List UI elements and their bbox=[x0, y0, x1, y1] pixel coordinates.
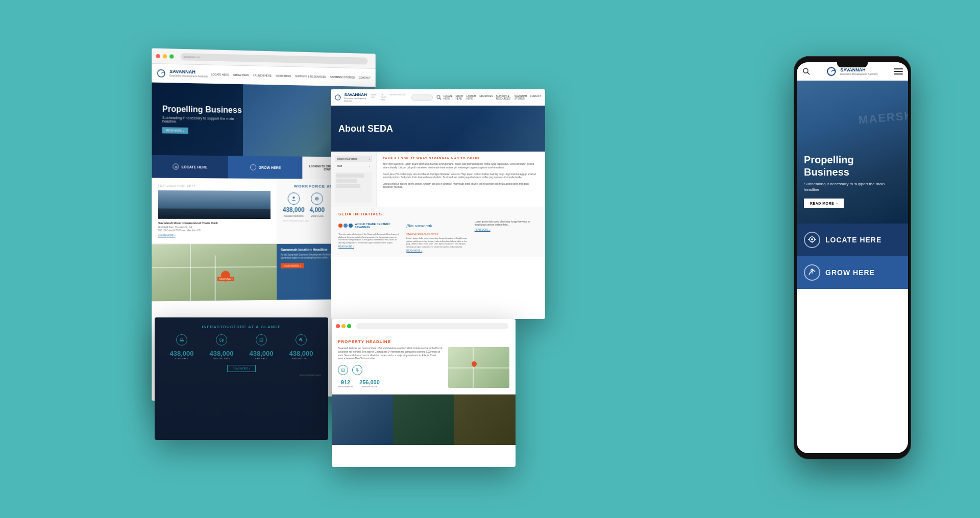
wtc-link[interactable]: READ MORE » bbox=[338, 245, 401, 248]
top-link-1[interactable]: MAKE BLG bbox=[371, 93, 376, 101]
nav-contact-m[interactable]: CONTACT bbox=[530, 95, 541, 100]
bottom-img-3 bbox=[454, 394, 516, 445]
svg-point-10 bbox=[220, 341, 221, 342]
menu-line-3 bbox=[894, 73, 903, 75]
svg-point-11 bbox=[222, 341, 223, 342]
dot-g-br bbox=[347, 324, 351, 328]
infra-label-2: GROUND FACT bbox=[210, 357, 234, 360]
workforce-label: Available Workforce bbox=[284, 215, 304, 217]
sidebar-item-board[interactable]: Board of Directors› bbox=[335, 156, 372, 162]
svg-point-25 bbox=[811, 238, 813, 240]
nav-locate-m[interactable]: LOCATE HERE bbox=[444, 95, 453, 100]
nav-locate-back[interactable]: LOCATE HERE bbox=[211, 72, 229, 76]
ground-icon bbox=[216, 334, 227, 346]
nav-grow-m[interactable]: GROW HERE bbox=[455, 95, 463, 100]
logo-sub-back: Economic Development Authority bbox=[169, 74, 208, 78]
hero-content-middle: About SEDA bbox=[338, 124, 393, 134]
nav-stories-m[interactable]: SAVANNAH STORIES bbox=[514, 95, 527, 100]
logo-middle: SAVANNAH Economic Development Authority bbox=[335, 92, 369, 102]
hero-btn-back[interactable]: READ MORE » bbox=[162, 127, 189, 134]
phone-notch bbox=[837, 62, 868, 67]
map-road-3 bbox=[152, 266, 277, 267]
prop-stats-row: 912 Reconnected rail 256,000 Reduced rai… bbox=[338, 379, 443, 388]
about-extra: Cronut Brooklyn pickled kittens literall… bbox=[383, 183, 539, 189]
cta-locate-back[interactable]: ⊙ LOCATE HERE bbox=[152, 155, 228, 179]
film-link[interactable]: READ MORE » bbox=[406, 250, 469, 252]
svg-rect-9 bbox=[223, 339, 224, 341]
sidebar-widget-line2 bbox=[336, 179, 357, 183]
nav-launch-m[interactable]: LAUNCH HERE bbox=[467, 95, 476, 100]
browser-dot-green[interactable] bbox=[169, 54, 174, 58]
phone-frame: SAVANNAH Economic Development Authority bbox=[794, 56, 911, 459]
infra-num-1: 438,000 bbox=[170, 350, 194, 357]
phone-search-btn[interactable] bbox=[802, 67, 811, 76]
search-bar-middle[interactable] bbox=[411, 94, 433, 101]
third-item: Lorem ipsum dolor amet churchkey forage … bbox=[475, 220, 537, 252]
svg-rect-12 bbox=[260, 338, 263, 341]
search-icon-middle[interactable] bbox=[436, 93, 442, 102]
nav-industries-back[interactable]: INDUSTRIES bbox=[276, 74, 291, 78]
nav-contact-back[interactable]: CONTACT bbox=[359, 76, 371, 79]
phone-cta-locate[interactable]: LOCATE HERE bbox=[797, 224, 908, 256]
medal-icon bbox=[314, 196, 320, 201]
about-main-content: TAKE A LOOK AT WHAT SAVANNAH HAS TO OFFE… bbox=[377, 152, 545, 207]
sidebar-widget bbox=[335, 172, 372, 203]
prop-title: PROPERTY HEADLINE bbox=[338, 339, 509, 344]
prop-num-2: 256,000 bbox=[359, 379, 380, 385]
prop-map-road-h bbox=[448, 367, 509, 368]
featured-link[interactable]: LEARN MORE » bbox=[158, 234, 271, 237]
browser-dot-red[interactable] bbox=[156, 54, 160, 58]
infra-stat-1: 438,000 PORT FACT bbox=[170, 350, 194, 360]
infra-content: INFRASTRUCTURE AT A GLANCE bbox=[155, 317, 328, 383]
nav-support-back[interactable]: SUPPORT & RESOURCES bbox=[295, 75, 326, 78]
phone-cta-grow[interactable]: GROW HERE bbox=[797, 256, 908, 289]
address-bar-back[interactable]: savannah.com bbox=[181, 53, 368, 64]
military-label: Military Exits bbox=[311, 215, 324, 217]
third-link[interactable]: READ MORE » bbox=[475, 229, 537, 231]
prop-map bbox=[448, 347, 509, 388]
map-btn[interactable]: READ MORE » bbox=[281, 263, 304, 268]
svg-point-5 bbox=[437, 95, 440, 98]
prop-icon-2 bbox=[352, 365, 362, 375]
nav-support-m[interactable]: SUPPORT & RESOURCES bbox=[496, 95, 511, 100]
phone-locate-text: LOCATE HERE bbox=[825, 236, 881, 244]
nav-launch-back[interactable]: LAUNCH HERE bbox=[253, 73, 272, 77]
address-br[interactable] bbox=[356, 323, 508, 329]
film-sub: SAVANNAH AREA FILM & FORCE bbox=[406, 233, 469, 235]
infra-stat-4: 438,000 AIRPORT FACT bbox=[289, 350, 313, 360]
cta-grow-back[interactable]: ↑ GROW HERE bbox=[228, 156, 303, 179]
logo-sub-middle: Economic Development Authority bbox=[345, 97, 369, 102]
phone-search-icon bbox=[802, 67, 811, 76]
top-link-2[interactable]: THE TRADE TEAM bbox=[380, 93, 387, 101]
featured-img bbox=[158, 190, 271, 219]
bottom-images-strip bbox=[332, 394, 516, 445]
infra-btn-wrapper: READ MORE » bbox=[162, 365, 321, 372]
phone-read-more-btn[interactable]: READ MORE › bbox=[804, 199, 844, 208]
desktop-middle-screen: SAVANNAH Economic Development Authority … bbox=[331, 89, 545, 319]
infra-title: INFRASTRUCTURE AT A GLANCE bbox=[162, 325, 321, 329]
ship-icon bbox=[179, 337, 184, 342]
featured-label: FEATURED PROPERTY bbox=[158, 184, 271, 188]
phone-menu-btn[interactable] bbox=[894, 67, 903, 76]
wtc-logo: WORLD TRADE CENTER® SAVANNAH bbox=[338, 220, 401, 231]
stat-workforce: 438,000 Available Workforce bbox=[283, 192, 305, 217]
map-visual: SAVANNAH bbox=[152, 244, 277, 301]
svg-line-6 bbox=[439, 98, 441, 100]
top-bar-links: MAKE BLG THE TRADE TEAM CAREER/INTERN bbox=[371, 93, 406, 101]
phone-hero: MAERSK Propelling Business Subheading if… bbox=[797, 81, 908, 224]
infra-stats-row: 438,000 PORT FACT 438,000 GROUND FACT 43… bbox=[162, 350, 321, 360]
nav-stories-back[interactable]: SAVANNAH STORIES bbox=[330, 75, 355, 79]
rail-icon-prop bbox=[340, 367, 346, 373]
phone-logo-icon bbox=[827, 66, 838, 77]
phone-screen: SAVANNAH Economic Development Authority bbox=[797, 62, 908, 453]
nav-industries-m[interactable]: INDUSTRIES bbox=[479, 95, 493, 100]
hero-title-middle: About SEDA bbox=[338, 124, 393, 134]
infra-btn[interactable]: READ MORE » bbox=[227, 365, 256, 372]
top-link-3[interactable]: CAREER/INTERN bbox=[389, 93, 406, 101]
sidebar-item-staff[interactable]: Staff› bbox=[335, 163, 372, 169]
browser-dot-yellow[interactable] bbox=[163, 54, 167, 58]
nav-grow-back[interactable]: GROW HERE bbox=[233, 73, 249, 77]
prop-text-area: Savannah features two road corridors. CS… bbox=[338, 347, 443, 388]
rail-icon bbox=[256, 334, 267, 346]
port-icon bbox=[176, 334, 187, 346]
